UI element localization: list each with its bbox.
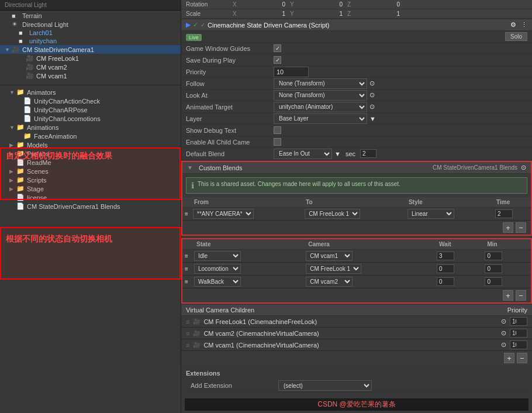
tree-item-locomotions[interactable]: 📄 UnityChanLocomotions (0, 114, 181, 123)
add-vcc-button[interactable]: + (504, 353, 514, 363)
object-icon: ■ (19, 37, 28, 44)
tree-item-scenes[interactable]: ▶ 📁 Scenes (0, 167, 181, 175)
row-handle[interactable]: ≡ (186, 342, 189, 349)
tree-item-arpose[interactable]: 📄 UnityChanARPose (0, 105, 181, 114)
wait-cell (434, 250, 483, 263)
y-label: Y (290, 1, 308, 8)
remove-state-button[interactable]: − (516, 290, 526, 301)
camera-icon: 🎥 (26, 72, 35, 80)
idle-camera-dropdown[interactable]: CM vcam1 (306, 251, 353, 261)
blend-time-input[interactable] (360, 149, 376, 158)
enable-child-cam-value (274, 138, 527, 146)
from-header: From (191, 197, 302, 208)
breadcrumb-text: Directional Light (5, 2, 47, 8)
target-circle[interactable]: ⊙ (501, 341, 506, 349)
animated-target-dropdown[interactable]: unitychan (Animator) (274, 102, 367, 112)
walkback-min-input[interactable] (485, 277, 502, 286)
walkback-camera-dropdown[interactable]: CM vcam2 (306, 277, 353, 287)
target-circle[interactable]: ⊙ (501, 318, 506, 325)
style-dropdown[interactable]: Linear (407, 209, 454, 219)
row-handle[interactable]: ≡ (182, 250, 192, 263)
add-state-button[interactable]: + (503, 290, 513, 301)
tree-item-unitychan[interactable]: ■ unitychan (0, 37, 181, 45)
vcc-priority-input-3[interactable] (510, 340, 527, 349)
follow-value: None (Transform) ⊙ (274, 78, 527, 89)
default-blend-value: Ease In Out ▼ sec (274, 149, 527, 159)
row-handle[interactable]: ≡ (182, 208, 191, 221)
locomotion-min-input[interactable] (485, 264, 502, 273)
tree-item-cmstate[interactable]: ▼ 🎥 CM StateDrivenCamera1 (0, 45, 181, 54)
tree-item-actioncheck[interactable]: 📄 UnityChanActionCheck (0, 97, 181, 105)
tree-item-models[interactable]: ▶ 📁 Models (0, 140, 181, 149)
tree-item-readme[interactable]: 📄 ReadMe (0, 158, 181, 167)
vcc-priority-input-2[interactable] (510, 329, 527, 338)
default-blend-dropdown[interactable]: Ease In Out (274, 149, 332, 159)
asset-target-icon[interactable]: ⊙ (521, 164, 526, 171)
asset-name: CM StateDrivenCamera1 Blends (433, 164, 517, 171)
time-input[interactable] (495, 209, 513, 218)
folder-icon: 📁 (16, 167, 26, 175)
scale-label: Scale (186, 11, 233, 17)
add-blend-button[interactable]: + (503, 222, 513, 233)
target-icon[interactable]: ⊙ (369, 103, 375, 111)
more-icon[interactable]: ⋮ (521, 21, 527, 29)
tree-item-vcam2[interactable]: 🎥 CM vcam2 (0, 63, 181, 71)
object-icon: ■ (19, 29, 28, 36)
remove-vcc-button[interactable]: − (517, 353, 527, 363)
show-debug-text-checkbox[interactable] (274, 126, 281, 134)
row-handle[interactable]: ≡ (182, 263, 192, 276)
tree-item-blends-asset[interactable]: 📄 CM StateDrivenCamera1 Blends (0, 202, 181, 211)
from-dropdown[interactable]: **ANY CAMERA* (193, 209, 254, 219)
walkback-state-dropdown[interactable]: WalkBack (194, 277, 241, 287)
locomotion-camera-dropdown[interactable]: CM FreeLook 1 (306, 264, 361, 274)
follow-dropdown[interactable]: None (Transform) (274, 78, 367, 89)
target-icon[interactable]: ⊙ (369, 91, 375, 99)
row-handle[interactable]: ≡ (186, 330, 189, 337)
show-debug-text-value (274, 126, 527, 134)
rotation-z: 0 (365, 1, 400, 8)
tree-item-terrain[interactable]: ■ Terrain (0, 12, 181, 20)
tree-item-scripts[interactable]: ▶ 📁 Scripts (0, 175, 181, 184)
blend-options-icon[interactable]: ▼ (334, 150, 341, 157)
animated-target-label: Animated Target (186, 104, 274, 111)
tree-item-animations[interactable]: ▼ 📁 Animations (0, 123, 181, 132)
target-circle[interactable]: ⊙ (501, 329, 506, 337)
locomotion-state-dropdown[interactable]: Locomotion (194, 264, 241, 274)
idle-min-input[interactable] (485, 252, 502, 260)
priority-input[interactable] (274, 67, 309, 77)
tree-item-larch01[interactable]: ■ Larch01 (0, 29, 181, 37)
idle-wait-input[interactable] (437, 252, 454, 260)
save-during-play-checkbox[interactable] (274, 56, 281, 64)
tree-item-dirlight[interactable]: ☀ Directional Light (0, 20, 181, 29)
foldout-arrow[interactable]: ▼ (187, 164, 195, 171)
locomotion-wait-input[interactable] (437, 264, 454, 273)
add-extension-dropdown[interactable]: (select) (278, 380, 372, 391)
camera-header: Camera (303, 239, 434, 250)
scene-hierarchy[interactable]: ■ Terrain ☀ Directional Light ■ Larch01 … (0, 11, 181, 413)
layer-options-icon[interactable]: ▼ (369, 115, 376, 122)
to-dropdown[interactable]: CM FreeLook 1 (305, 209, 360, 219)
tree-item-stage[interactable]: ▶ 📁 Stage (0, 184, 181, 193)
enable-child-cam-checkbox[interactable] (274, 138, 281, 146)
game-window-guides-checkbox[interactable] (274, 44, 281, 52)
tree-item-prefabs[interactable]: ▶ 📁 Prefabs (0, 149, 181, 158)
tree-item-license[interactable]: 📄 license (0, 193, 181, 202)
to-cell: CM FreeLook 1 (302, 208, 405, 221)
vcc-priority-input-1[interactable] (510, 317, 527, 326)
remove-blend-button[interactable]: − (516, 222, 526, 233)
target-icon[interactable]: ⊙ (369, 80, 375, 87)
look-at-dropdown[interactable]: None (Transform) (274, 90, 367, 101)
idle-state-dropdown[interactable]: Idle (194, 251, 241, 261)
solo-button[interactable]: Solo (505, 32, 527, 41)
row-handle[interactable]: ≡ (182, 276, 192, 288)
vcc-header: Virtual Camera Children Priority (181, 305, 532, 316)
tree-item-vcam1[interactable]: 🎥 CM vcam1 (0, 71, 181, 80)
layer-dropdown[interactable]: Base Layer (274, 113, 367, 124)
vcc-row-vcam2: ≡ 🎥 CM vcam2 (CinemachineVirtualCamera) … (181, 328, 532, 339)
tree-item-animators[interactable]: ▼ 📁 Animators (0, 88, 181, 97)
tree-item-freelook[interactable]: 🎥 CM FreeLook1 (0, 54, 181, 63)
row-handle[interactable]: ≡ (186, 318, 189, 325)
options-icon[interactable]: ⚙ (510, 21, 516, 29)
tree-item-faceanimation[interactable]: 📁 FaceAnimation (0, 132, 181, 140)
walkback-wait-input[interactable] (437, 277, 454, 286)
